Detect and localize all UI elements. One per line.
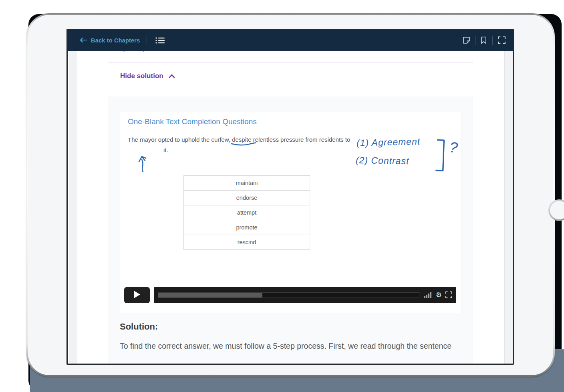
- promo-stage: 7 mph Hide solution: [0, 0, 564, 392]
- solution-heading: Solution:: [120, 322, 158, 332]
- divider: [492, 36, 493, 45]
- bookmark-icon[interactable]: [481, 36, 487, 46]
- player-fullscreen-icon[interactable]: [445, 291, 452, 300]
- app-page: 7 mph Hide solution: [68, 30, 513, 364]
- divider: [108, 62, 473, 62]
- hand-underline-stroke: [231, 142, 256, 147]
- underlined-word: despite: [232, 136, 251, 143]
- question-text-line2: it.: [128, 147, 168, 153]
- video-player-bar: ⚙: [124, 287, 456, 303]
- answer-blank: [128, 147, 161, 152]
- divider: [475, 36, 475, 45]
- play-icon: [134, 291, 141, 300]
- answer-option-cell: maintain: [184, 176, 310, 191]
- left-arrow-icon: [79, 37, 87, 44]
- seek-bar[interactable]: [158, 292, 419, 298]
- answer-option-cell: promote: [184, 220, 310, 235]
- answer-option-cell: rescind: [184, 235, 310, 250]
- hide-solution-label: Hide solution: [120, 72, 163, 80]
- top-navbar: Back to Chapters: [68, 30, 513, 51]
- fullscreen-icon[interactable]: [498, 36, 506, 46]
- tablet-frame: 7 mph Hide solution: [26, 13, 555, 377]
- page-gutter-right: [504, 30, 513, 364]
- list-icon[interactable]: [155, 37, 165, 46]
- answer-option-cell: attempt: [184, 205, 310, 220]
- page-gutter-left: [69, 30, 77, 364]
- lesson-title: One-Blank Text Completion Questions: [128, 117, 257, 126]
- settings-icon[interactable]: ⚙: [436, 291, 442, 299]
- answer-option-cell: endorse: [184, 191, 310, 205]
- volume-icon[interactable]: [424, 292, 431, 298]
- back-to-chapters-button[interactable]: Back to Chapters: [79, 37, 140, 44]
- hide-solution-button[interactable]: Hide solution: [120, 72, 175, 80]
- handwritten-annotation-1: (1) Agreement: [357, 136, 421, 149]
- tablet-screen: 7 mph Hide solution: [66, 29, 514, 365]
- question-text-line1: The mayor opted to uphold the curfew, de…: [128, 136, 350, 143]
- chevron-up-icon: [169, 72, 175, 80]
- handwritten-annotation-2: (2) Contrast: [356, 155, 409, 167]
- note-icon[interactable]: [463, 36, 470, 46]
- solution-paragraph: To find the correct answer, we must foll…: [120, 339, 467, 353]
- player-progress-fill: [158, 293, 262, 298]
- hand-arrow-doodle: [137, 155, 149, 175]
- player-control-strip: ⚙: [154, 287, 456, 303]
- hand-bracket-stroke: [435, 139, 447, 175]
- play-button[interactable]: [124, 287, 150, 303]
- back-to-chapters-label: Back to Chapters: [91, 37, 140, 44]
- lesson-video-panel: One-Blank Text Completion Questions The …: [120, 112, 462, 313]
- handwritten-question-mark: ?: [449, 139, 459, 157]
- divider: [147, 36, 147, 45]
- answer-options-table: maintain endorse attempt promote rescind: [183, 175, 310, 250]
